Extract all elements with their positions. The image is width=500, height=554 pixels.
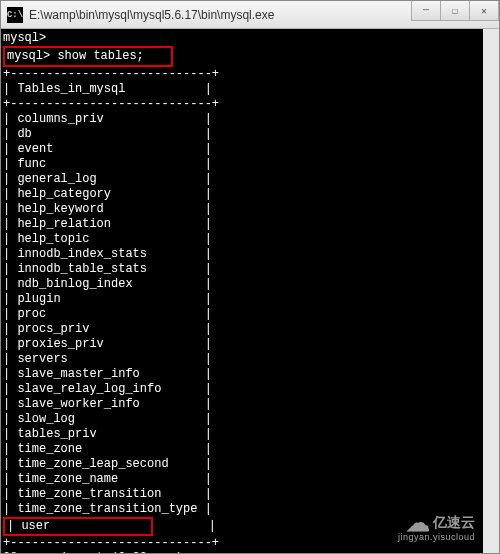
table-row: | ndb_binlog_index | [3,277,483,292]
table-row: | innodb_table_stats | [3,262,483,277]
table-row: | general_log | [3,172,483,187]
table-row: | time_zone_transition | [3,487,483,502]
table-row: | time_zone_leap_second | [3,457,483,472]
table-row: | time_zone_name | [3,472,483,487]
highlighted-command: mysql> show tables; [3,46,173,67]
table-row: | plugin | [3,292,483,307]
table-row: | db | [3,127,483,142]
table-row: | help_category | [3,187,483,202]
table-row: | help_relation | [3,217,483,232]
user-row-text: | user | [7,519,216,533]
command-text: mysql> show tables; [7,49,144,63]
watermark-subtext: jingyan.yisucloud [398,530,475,545]
table-row: | slave_relay_log_info | [3,382,483,397]
table-border: +----------------------------+ [3,97,483,112]
table-border: +----------------------------+ [3,67,483,82]
table-row: | slave_master_info | [3,367,483,382]
table-row: | time_zone | [3,442,483,457]
app-icon: C:\ [7,7,23,23]
table-row: | slow_log | [3,412,483,427]
titlebar[interactable]: C:\ E:\wamp\bin\mysql\mysql5.6.17\bin\my… [1,1,499,29]
table-row: | event | [3,142,483,157]
table-row: | tables_priv | [3,427,483,442]
table-row: | proxies_priv | [3,337,483,352]
minimize-button[interactable]: ─ [411,1,441,21]
table-row: | help_keyword | [3,202,483,217]
highlighted-user-row: | user | [3,517,153,536]
table-row: | procs_priv | [3,322,483,337]
table-row: | columns_priv | [3,112,483,127]
watermark-cloud-icon: ☁ [406,515,430,530]
watermark: ☁ 亿速云 jingyan.yisucloud [398,515,475,545]
scroll-down-button[interactable]: ▼ [484,537,499,553]
watermark-brand: 亿速云 [433,515,475,530]
table-row: | help_topic | [3,232,483,247]
maximize-button[interactable]: ☐ [440,1,470,21]
scroll-up-button[interactable]: ▲ [484,29,499,45]
close-button[interactable]: ✕ [469,1,499,21]
table-row: | slave_worker_info | [3,397,483,412]
table-row: | proc | [3,307,483,322]
terminal-area[interactable]: mysql> mysql> show tables; +------------… [1,29,499,553]
table-header: | Tables_in_mysql | [3,82,483,97]
vertical-scrollbar[interactable]: ▲ ▼ [483,29,499,553]
app-window: C:\ E:\wamp\bin\mysql\mysql5.6.17\bin\my… [0,0,500,554]
result-summary: 28 rows in set (0.00 sec) [3,551,483,553]
table-row: | innodb_index_stats | [3,247,483,262]
table-row: | servers | [3,352,483,367]
table-row: | func | [3,157,483,172]
window-controls: ─ ☐ ✕ [412,1,499,21]
prompt-line: mysql> [3,31,483,46]
